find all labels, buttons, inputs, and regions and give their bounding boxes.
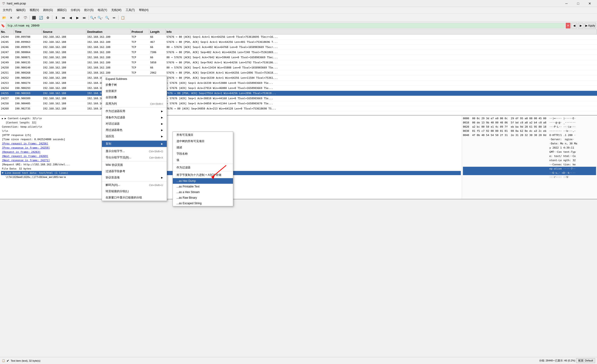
table-row[interactable]: 24250 190.900140 192.168.162.180 192.168… <box>0 65 597 70</box>
ctx-menu-show-packet-bytes[interactable]: 显示分组字节... Ctrl+Shift+O <box>102 148 167 154</box>
filter-apply-button[interactable]: ▶ Apply <box>584 23 596 28</box>
copy-as-printable-text[interactable]: ...as Printable Text <box>173 184 233 189</box>
copy-item-label: 值 <box>177 158 179 162</box>
copy-as-hex-stream[interactable]: ...as a Hex Stream <box>173 189 233 195</box>
copy-as-hex-ascii[interactable]: 将字节复制为十六进制 + ASCII 转储 <box>173 172 233 178</box>
toolbar-go-first[interactable]: ⏮ <box>60 15 67 21</box>
copy-value[interactable]: 值 <box>173 157 233 163</box>
copy-field-name[interactable]: 字段名称 <box>173 151 233 157</box>
ctx-menu-export-packet-bytes[interactable]: 导出分组字节流(B)... Ctrl+Shift+X <box>102 154 167 161</box>
toolbar-reload[interactable]: ↺ <box>15 15 22 21</box>
toolbar-open[interactable]: 📂 <box>1 15 8 21</box>
toolbar-zoom-out[interactable]: 🔍- <box>97 15 103 21</box>
filter-clear-button[interactable]: ✕ <box>566 23 570 28</box>
ctx-menu-color-filter[interactable]: 用过滤器着色 ▶ <box>102 127 167 133</box>
ctx-menu-expand-all[interactable]: 全部展开 <box>102 88 167 94</box>
col-header-info[interactable]: Info <box>165 29 597 34</box>
table-row[interactable]: 24251 190.900268 192.168.162.188 192.168… <box>0 70 597 76</box>
filter-input[interactable] <box>6 23 565 28</box>
filter-forward-button[interactable]: ▶ <box>578 23 583 28</box>
menu-edit[interactable]: 编辑(E) <box>14 8 27 13</box>
table-row[interactable]: 24252 190.900269 192.168.162.180 192.168… <box>0 76 597 81</box>
status-left: 📋 ✔ Text item (text), 32 byte(s) <box>2 359 537 363</box>
col-header-source[interactable]: Source <box>42 29 86 34</box>
copy-item-label: 字段名称 <box>177 152 188 156</box>
filter-icon: 🔖 <box>1 24 5 28</box>
toolbar-close[interactable]: ✕ <box>8 15 15 21</box>
ctx-menu-follow-stream[interactable]: 追踪流 ▶ <box>102 133 167 139</box>
toolbar-capture-options[interactable]: ⚙ <box>45 15 51 21</box>
table-row[interactable]: 24247 190.900064 192.168.162.188 192.168… <box>0 50 597 55</box>
table-row[interactable]: 24257 190.900389 192.168.162.188 192.168… <box>0 96 597 101</box>
menu-go[interactable]: 跳转(G) <box>41 8 55 13</box>
ctx-menu-apply-as-column[interactable]: 应用为列 Ctrl+Shift+I <box>102 101 167 107</box>
table-row[interactable]: 24253 190.900274 192.168.162.188 192.168… <box>0 81 597 86</box>
col-header-no[interactable]: No. <box>0 29 14 34</box>
toolbar-go-last[interactable]: ⏭ <box>81 15 88 21</box>
toolbar-scroll-end[interactable]: ⬇ <box>53 15 60 21</box>
copy-all-visible[interactable]: 所有可见项目 <box>173 132 233 138</box>
menu-tools[interactable]: 工具(T) <box>124 8 137 13</box>
table-row[interactable]: 24248 190.900071 192.168.162.180 192.168… <box>0 55 597 60</box>
table-row[interactable]: 24245 190.899963 192.168.162.188 192.168… <box>0 40 597 45</box>
table-row[interactable]: 24258 190.900405 192.168.162.188 192.168… <box>0 101 597 106</box>
toolbar-resize-cols[interactable]: ⇔ <box>111 15 117 21</box>
copy-description[interactable]: 描述 <box>173 144 233 151</box>
col-header-protocol[interactable]: Protocol <box>131 29 149 34</box>
table-row[interactable]: 24249 190.900135 192.168.162.188 192.168… <box>0 60 597 65</box>
menu-file[interactable]: 文件(F) <box>1 8 14 13</box>
ctx-menu-show-linked-in-new[interactable]: 在新窗口中显示已链接的分组 <box>102 194 167 201</box>
toolbar-go-next[interactable]: ▶ <box>74 15 81 21</box>
toolbar-restart[interactable]: 🔄 <box>38 15 44 21</box>
ctx-menu-copy[interactable]: 复制 ▶ <box>102 141 167 147</box>
table-row[interactable]: 24260 190.902735 192.168.162.188 192.168… <box>0 106 597 111</box>
ctx-menu-collapse-subtree[interactable]: 折叠子树 <box>102 82 167 88</box>
toolbar-capture[interactable]: 🦈 <box>22 15 28 21</box>
col-header-destination[interactable]: Destination <box>86 29 131 34</box>
copy-as-escaped-string[interactable]: ...as Escaped String <box>173 200 233 206</box>
profile-button[interactable]: 配置: Default <box>576 358 595 363</box>
toolbar-go-prev[interactable]: ◀ <box>67 15 74 21</box>
detail-hex[interactable]: 0000 00 0c 29 3d e7 e0 00 0c 29 df 95 a8… <box>462 115 597 199</box>
close-button[interactable]: ✕ <box>584 0 595 7</box>
table-row[interactable]: 24246 190.899975 192.168.162.180 192.168… <box>0 45 597 50</box>
minimize-button[interactable]: ─ <box>561 0 572 7</box>
ctx-menu-filter-field-ref[interactable]: 过滤器字段参考 <box>102 168 167 174</box>
ctx-menu-prepare-filter[interactable]: 准备作为过滤器 ▶ <box>102 114 167 121</box>
toolbar-stop[interactable]: ⬛ <box>31 15 37 21</box>
menu-capture[interactable]: 捕获(C) <box>55 8 69 13</box>
ctx-menu-go-to-linked[interactable]: 转至链接的分组(L) <box>102 188 167 194</box>
ctx-menu-conversation-filter[interactable]: 对话过滤器 ▶ <box>102 121 167 127</box>
filter-back-button[interactable]: ◀ <box>571 23 577 28</box>
copy-all-visible-tree[interactable]: 选中树的所有可见项目 <box>173 138 233 144</box>
toolbar-show-packet-in-new[interactable]: 📋 <box>119 15 126 21</box>
menu-view[interactable]: 视图(V) <box>28 8 41 13</box>
table-row[interactable]: 24255 190.900369 192.168.162.188 192.168… <box>0 91 597 96</box>
copy-as-hex-dump[interactable]: ...as Hex Dump <box>173 178 233 184</box>
col-header-length[interactable]: Length <box>149 29 165 34</box>
table-row[interactable]: 24254 190.900293 192.168.162.188 192.168… <box>0 86 597 91</box>
maximize-button[interactable]: □ <box>573 0 583 7</box>
menu-analyze[interactable]: 分析(A) <box>69 8 82 13</box>
toolbar-zoom-reset[interactable]: 🔍 <box>104 15 110 21</box>
menu-help[interactable]: 帮助(H) <box>137 8 150 13</box>
copy-as-raw-binary[interactable]: ...as Raw Binary <box>173 195 233 200</box>
ctx-menu-collapse-all[interactable]: 全部折叠 <box>102 94 167 101</box>
menu-statistics[interactable]: 统计(S) <box>82 8 95 13</box>
copy-item-label: ...as Raw Binary <box>177 196 197 199</box>
toolbar-zoom-in[interactable]: 🔍+ <box>90 15 96 21</box>
ctx-menu-expand-subtrees[interactable]: Expand Subtrees <box>102 76 167 82</box>
hex-row: 0040 4f 0b 48 54 54 50 2f 31 2e 31 20 32… <box>463 133 596 137</box>
ctx-item-arrow: ▶ <box>161 129 163 131</box>
menu-telephony[interactable]: 电话(Y) <box>96 8 109 13</box>
col-header-time[interactable]: Time <box>14 29 42 34</box>
menu-wireless[interactable]: 无线(W) <box>109 8 123 13</box>
copy-as-filter[interactable]: 作为过滤器 <box>173 164 233 171</box>
ctx-menu-apply-as-filter[interactable]: 作为过滤器应用 ▶ <box>102 108 167 114</box>
table-row[interactable]: 24244 190.899788 192.168.162.188 192.168… <box>0 34 597 40</box>
ctx-menu-protocol-prefs[interactable]: 协议首选项 ▶ <box>102 174 167 181</box>
ctx-menu-decode-as[interactable]: 解码为(A)... Ctrl+Shift+U <box>102 182 167 188</box>
ctx-menu-wiki[interactable]: Wiki 协议页面 <box>102 162 167 168</box>
tree-item[interactable]: ▶ Content-Length: 32\r\n <box>1 116 461 121</box>
context-menu-overlay: Expand Subtrees 折叠子树 全部展开 全部折叠 应用为列 Ctrl… <box>102 76 167 201</box>
